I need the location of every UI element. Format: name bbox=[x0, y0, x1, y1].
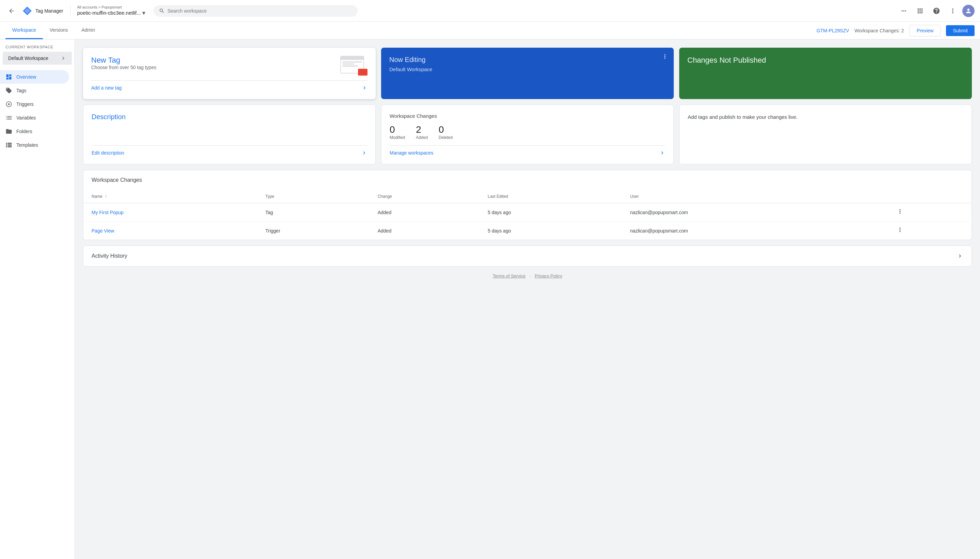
not-published-title: Changes Not Published bbox=[687, 56, 964, 64]
wc-deleted-label: Deleted bbox=[439, 135, 452, 140]
main-content: New Tag Choose from over 50 tag types bbox=[75, 40, 980, 559]
publish-info-text: Add tags and publish to make your change… bbox=[688, 114, 798, 120]
now-editing-card: Now Editing Default Workspace bbox=[381, 48, 674, 99]
account-name-button[interactable]: poetic-muffin-cbc3ee.netlif... ▾ bbox=[77, 9, 145, 17]
activity-title: Activity History bbox=[92, 253, 127, 259]
row2-name: Page View bbox=[83, 222, 257, 240]
sidebar-item-label-tags: Tags bbox=[16, 88, 26, 93]
row1-change: Added bbox=[370, 203, 480, 222]
main-tabs: Workspace Versions Admin bbox=[5, 22, 102, 39]
wc-added-label: Added bbox=[416, 135, 428, 140]
add-tag-arrow-icon bbox=[361, 85, 368, 91]
description-title: Description bbox=[92, 113, 367, 121]
submit-button[interactable]: Submit bbox=[946, 25, 975, 36]
col-name[interactable]: Name ↑ bbox=[83, 190, 257, 203]
publish-info-card: Add tags and publish to make your change… bbox=[679, 104, 972, 164]
wc-added-num: 2 bbox=[416, 124, 428, 135]
wc-added-stat: 2 Added bbox=[416, 124, 428, 140]
row1-name-link[interactable]: My First Popup bbox=[92, 210, 124, 215]
sidebar-item-tags[interactable]: Tags bbox=[0, 84, 69, 98]
row2-last-edited: 5 days ago bbox=[480, 222, 622, 240]
wc-modified-label: Modified bbox=[389, 135, 405, 140]
row2-name-link[interactable]: Page View bbox=[92, 228, 114, 233]
svg-point-2 bbox=[8, 104, 10, 105]
cards-row-2: Description Edit description Workspace C… bbox=[83, 104, 972, 164]
preview-button[interactable]: Preview bbox=[909, 25, 941, 36]
main-layout: CURRENT WORKSPACE Default Workspace Over… bbox=[0, 40, 980, 559]
back-button[interactable] bbox=[5, 5, 18, 17]
sidebar-item-variables[interactable]: Variables bbox=[0, 111, 69, 125]
account-info: All accounts > Popupsmart poetic-muffin-… bbox=[77, 5, 145, 17]
sidebar-item-label-variables: Variables bbox=[16, 115, 36, 121]
wc-modified-num: 0 bbox=[389, 124, 405, 135]
account-path: All accounts > Popupsmart bbox=[77, 5, 145, 9]
user-avatar[interactable] bbox=[962, 5, 975, 17]
search-input[interactable] bbox=[167, 8, 352, 13]
col-last-edited: Last Edited bbox=[480, 190, 622, 203]
new-tag-title: New Tag bbox=[91, 56, 156, 64]
tags-icon bbox=[5, 87, 12, 94]
sidebar-item-folders[interactable]: Folders bbox=[0, 125, 69, 138]
row2-menu-button[interactable] bbox=[897, 227, 903, 235]
cards-row-1: New Tag Choose from over 50 tag types bbox=[83, 48, 972, 99]
add-new-tag-link[interactable]: Add a new tag bbox=[91, 80, 368, 91]
triggers-icon bbox=[5, 101, 12, 108]
changes-table: Name ↑ Type Change Last Edited User My F… bbox=[83, 190, 972, 240]
description-content bbox=[92, 125, 367, 146]
wc-title: Workspace Changes bbox=[389, 113, 665, 119]
row2-change: Added bbox=[370, 222, 480, 240]
terms-of-service-link[interactable]: Terms of Service bbox=[493, 273, 526, 278]
tab-workspace[interactable]: Workspace bbox=[5, 22, 43, 39]
col-actions bbox=[888, 190, 972, 203]
table-title: Workspace Changes bbox=[83, 170, 972, 190]
more-options-button[interactable] bbox=[946, 4, 960, 18]
sidebar-item-templates[interactable]: Templates bbox=[0, 138, 69, 152]
gtm-id: GTM-PL29SZV bbox=[817, 28, 849, 33]
wc-deleted-stat: 0 Deleted bbox=[439, 124, 452, 140]
sort-arrow-icon: ↑ bbox=[105, 194, 107, 199]
overview-icon bbox=[5, 74, 12, 80]
row1-last-edited: 5 days ago bbox=[480, 203, 622, 222]
tab-admin[interactable]: Admin bbox=[74, 22, 102, 39]
tab-bar: Workspace Versions Admin GTM-PL29SZV Wor… bbox=[0, 22, 980, 40]
sidebar-item-label-folders: Folders bbox=[16, 129, 32, 134]
row1-type: Tag bbox=[257, 203, 370, 222]
sidebar-item-triggers[interactable]: Triggers bbox=[0, 98, 69, 111]
col-user: User bbox=[622, 190, 888, 203]
row1-menu bbox=[888, 203, 972, 222]
workspace-selector[interactable]: Default Workspace bbox=[3, 52, 72, 64]
privacy-policy-link[interactable]: Privacy Policy bbox=[535, 273, 562, 278]
workspace-changes-table-card: Workspace Changes Name ↑ Type Change Las… bbox=[83, 170, 972, 240]
activity-arrow-icon bbox=[957, 253, 964, 260]
sidebar: CURRENT WORKSPACE Default Workspace Over… bbox=[0, 40, 75, 559]
grid-menu-button[interactable] bbox=[897, 4, 911, 18]
workspace-name: Default Workspace bbox=[8, 56, 48, 61]
new-tag-subtitle: Choose from over 50 tag types bbox=[91, 64, 156, 70]
row2-menu bbox=[888, 222, 972, 240]
header-left: Tag Manager All accounts > Popupsmart po… bbox=[5, 5, 145, 17]
apps-grid-button[interactable] bbox=[913, 4, 927, 18]
variables-icon bbox=[5, 114, 12, 121]
workspace-changes-count: Workspace Changes: 2 bbox=[855, 28, 904, 33]
account-dropdown-icon: ▾ bbox=[142, 9, 145, 17]
table-body: My First Popup Tag Added 5 days ago nazl… bbox=[83, 203, 972, 240]
help-button[interactable] bbox=[930, 4, 943, 18]
folders-icon bbox=[5, 128, 12, 135]
activity-history-card[interactable]: Activity History bbox=[83, 245, 972, 266]
table-header-row: Name ↑ Type Change Last Edited User bbox=[83, 190, 972, 203]
edit-description-link[interactable]: Edit description bbox=[92, 146, 367, 156]
templates-icon bbox=[5, 142, 12, 149]
manage-workspaces-arrow-icon bbox=[659, 150, 665, 156]
footer-dot: · bbox=[530, 273, 531, 278]
manage-workspaces-link[interactable]: Manage workspaces bbox=[389, 146, 665, 156]
row1-menu-button[interactable] bbox=[897, 209, 903, 216]
wc-stats: 0 Modified 2 Added 0 Deleted bbox=[389, 124, 665, 140]
table-row: My First Popup Tag Added 5 days ago nazl… bbox=[83, 203, 972, 222]
app-name: Tag Manager bbox=[35, 8, 63, 13]
page-footer: Terms of Service · Privacy Policy bbox=[83, 266, 972, 285]
search-bar bbox=[153, 5, 358, 17]
tab-versions[interactable]: Versions bbox=[43, 22, 75, 39]
new-tag-card: New Tag Choose from over 50 tag types bbox=[83, 48, 376, 99]
row2-user: nazlican@popupsmart.com bbox=[622, 222, 888, 240]
sidebar-item-overview[interactable]: Overview bbox=[0, 70, 69, 84]
